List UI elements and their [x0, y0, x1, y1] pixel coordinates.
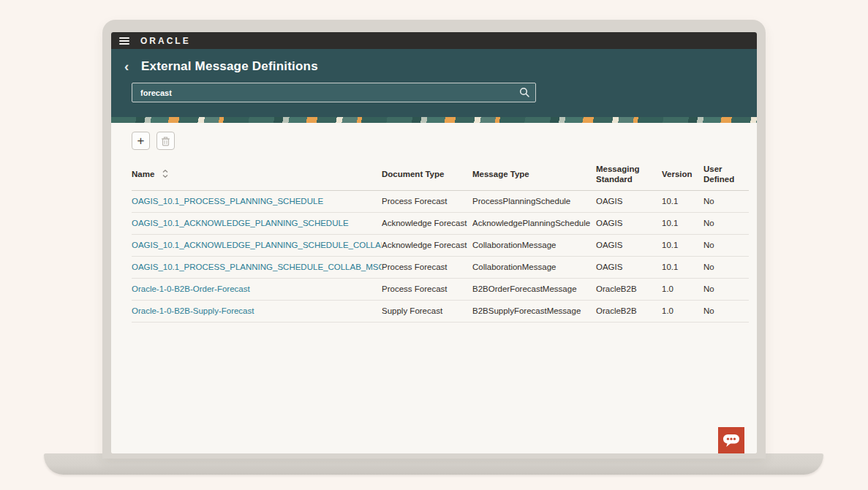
messaging-standard-cell: OAGIS: [596, 256, 662, 278]
column-header-user-defined[interactable]: User Defined: [703, 162, 749, 190]
message-name-link[interactable]: OAGIS_10.1_PROCESS_PLANNING_SCHEDULE: [132, 197, 323, 206]
user-defined-cell: No: [703, 278, 749, 300]
message-type-cell: B2BSupplyForecastMessage: [472, 300, 596, 322]
messaging-standard-cell: OAGIS: [596, 234, 662, 256]
message-name-link[interactable]: OAGIS_10.1_PROCESS_PLANNING_SCHEDULE_COL…: [132, 263, 382, 271]
oracle-logo: ORACLE: [140, 36, 191, 46]
column-header-name[interactable]: Name: [132, 162, 382, 190]
version-cell: 10.1: [662, 190, 703, 212]
message-definitions-table: Name Document Type Message Type Messagin…: [132, 162, 749, 323]
trash-icon: [161, 136, 170, 146]
table-row: OAGIS_10.1_ACKNOWLEDGE_PLANNING_SCHEDULE…: [132, 212, 749, 234]
decorative-banner-strip: [111, 117, 757, 123]
user-defined-cell: No: [703, 190, 749, 212]
user-defined-cell: No: [703, 300, 749, 322]
message-type-cell: B2BOrderForecastMessage: [472, 278, 596, 300]
message-name-link[interactable]: Oracle-1-0-B2B-Order-Forecast: [132, 284, 250, 293]
chat-widget-button[interactable]: [718, 427, 744, 453]
version-cell: 10.1: [662, 256, 703, 278]
delete-button[interactable]: [156, 132, 175, 150]
version-cell: 10.1: [662, 234, 703, 256]
column-header-name-label: Name: [132, 170, 154, 178]
document-type-cell: Process Forecast: [382, 278, 472, 300]
message-name-link[interactable]: OAGIS_10.1_ACKNOWLEDGE_PLANNING_SCHEDULE: [132, 219, 349, 227]
app-topbar: ORACLE: [111, 32, 757, 49]
document-type-cell: Process Forecast: [382, 256, 472, 278]
messaging-standard-cell: OAGIS: [596, 212, 662, 234]
table-row: OAGIS_10.1_PROCESS_PLANNING_SCHEDULE Pro…: [132, 190, 749, 212]
message-type-cell: CollaborationMessage: [472, 234, 596, 256]
search-icon[interactable]: [519, 87, 529, 97]
version-cell: 1.0: [662, 300, 703, 322]
add-button[interactable]: +: [132, 132, 150, 150]
user-defined-cell: No: [703, 234, 749, 256]
message-type-cell: AcknowledgePlanningSchedule: [472, 212, 596, 234]
document-type-cell: Process Forecast: [382, 190, 472, 212]
page-title: External Message Definitions: [141, 59, 318, 74]
chat-bubble-icon: [722, 431, 741, 449]
table-row: OAGIS_10.1_PROCESS_PLANNING_SCHEDULE_COL…: [132, 256, 749, 278]
messaging-standard-cell: OAGIS: [596, 190, 662, 212]
table-row: Oracle-1-0-B2B-Supply-Forecast Supply Fo…: [132, 300, 749, 322]
table-toolbar: +: [111, 123, 757, 150]
document-type-cell: Acknowledge Forecast: [382, 234, 472, 256]
column-header-version[interactable]: Version: [662, 162, 703, 190]
back-chevron-icon[interactable]: ‹: [124, 60, 137, 73]
message-name-link[interactable]: OAGIS_10.1_ACKNOWLEDGE_PLANNING_SCHEDULE…: [132, 241, 382, 249]
table-header-row: Name Document Type Message Type Messagin…: [132, 162, 749, 190]
version-cell: 10.1: [662, 212, 703, 234]
table-row: OAGIS_10.1_ACKNOWLEDGE_PLANNING_SCHEDULE…: [132, 234, 749, 256]
hamburger-menu-icon[interactable]: [119, 37, 129, 45]
user-defined-cell: No: [703, 212, 749, 234]
page-header: ‹ External Message Definitions: [111, 49, 757, 117]
search-box: [132, 83, 536, 102]
column-header-messaging-standard[interactable]: Messaging Standard: [596, 162, 662, 190]
document-type-cell: Supply Forecast: [382, 300, 472, 322]
table-body: OAGIS_10.1_PROCESS_PLANNING_SCHEDULE Pro…: [132, 190, 749, 322]
table-row: Oracle-1-0-B2B-Order-Forecast Process Fo…: [132, 278, 749, 300]
messaging-standard-cell: OracleB2B: [596, 300, 662, 322]
column-header-message-type[interactable]: Message Type: [472, 162, 596, 190]
message-type-cell: ProcessPlanningSchedule: [472, 190, 596, 212]
search-input[interactable]: [132, 83, 536, 102]
page-background: ORACLE ‹ External Message Definitions: [0, 0, 868, 490]
version-cell: 1.0: [662, 278, 703, 300]
messaging-standard-cell: OracleB2B: [596, 278, 662, 300]
message-name-link[interactable]: Oracle-1-0-B2B-Supply-Forecast: [132, 306, 254, 315]
document-type-cell: Acknowledge Forecast: [382, 212, 472, 234]
sort-icon[interactable]: [162, 170, 168, 178]
laptop-frame: ORACLE ‹ External Message Definitions: [102, 20, 766, 459]
user-defined-cell: No: [703, 256, 749, 278]
message-type-cell: CollaborationMessage: [472, 256, 596, 278]
column-header-document-type[interactable]: Document Type: [382, 162, 472, 190]
main-content: +: [111, 123, 757, 453]
app-screen: ORACLE ‹ External Message Definitions: [111, 32, 757, 453]
